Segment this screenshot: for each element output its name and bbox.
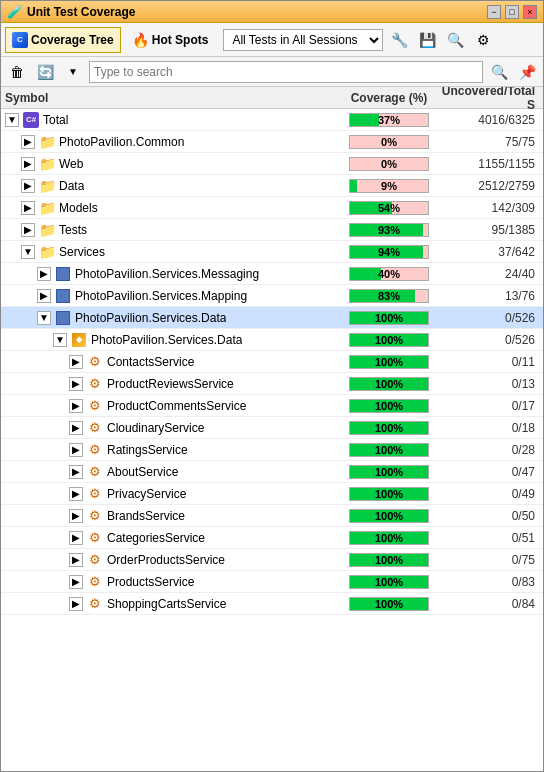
hot-spots-button[interactable]: 🔥 Hot Spots (125, 27, 216, 53)
expand-button[interactable]: ▼ (21, 245, 35, 259)
filter-icon-button[interactable]: 🔍 (443, 28, 467, 52)
row-symbol: ▶ ⚙ ProductsService (1, 574, 339, 590)
node-icon: ⚙ (87, 596, 103, 612)
tree-row[interactable]: ▶ ⚙ CategoriesService 100% 0/51 (1, 527, 543, 549)
expand-button[interactable]: ▶ (21, 223, 35, 237)
refresh-icon: 🔄 (37, 64, 54, 80)
node-icon: ⚙ (87, 398, 103, 414)
node-icon: 📁 (39, 200, 55, 216)
expand-button[interactable]: ▶ (69, 355, 83, 369)
service-icon: ⚙ (89, 552, 101, 567)
row-symbol: ▶ ⚙ RatingsService (1, 442, 339, 458)
main-window: 🧪 Unit Test Coverage − □ × C Coverage Tr… (0, 0, 544, 772)
tree-row[interactable]: ▶ ⚙ ShoppingCartsService 100% 0/84 (1, 593, 543, 615)
expand-button[interactable]: ▶ (21, 135, 35, 149)
tree-row[interactable]: ▼ PhotoPavilion.Services.Data 100% 0/526 (1, 307, 543, 329)
tree-row[interactable]: ▶ PhotoPavilion.Services.Messaging 40% 2… (1, 263, 543, 285)
settings-icon-button[interactable]: 🔧 (387, 28, 411, 52)
tree-row[interactable]: ▶ ⚙ BrandsService 100% 0/50 (1, 505, 543, 527)
hot-spots-label: Hot Spots (152, 33, 209, 47)
expand-button[interactable]: ▶ (37, 267, 51, 281)
expand-button[interactable]: ▼ (37, 311, 51, 325)
expand-button[interactable]: ▶ (69, 597, 83, 611)
coverage-label: 9% (350, 180, 428, 192)
close-button[interactable]: × (523, 5, 537, 19)
node-icon: 📁 (39, 134, 55, 150)
coverage-bar: 100% (349, 311, 429, 325)
expand-button[interactable]: ▶ (69, 465, 83, 479)
session-dropdown[interactable]: All Tests in All Sessions Current Sessio… (223, 29, 383, 51)
search-icon-button[interactable]: 🔍 (487, 60, 511, 84)
expand-button[interactable]: ▶ (21, 201, 35, 215)
coverage-tree-button[interactable]: C Coverage Tree (5, 27, 121, 53)
coverage-label: 100% (350, 422, 428, 434)
more-button[interactable]: ▼ (61, 60, 85, 84)
expand-button[interactable]: ▶ (69, 421, 83, 435)
coverage-label: 54% (350, 202, 428, 214)
tree-row[interactable]: ▶ PhotoPavilion.Services.Mapping 83% 13/… (1, 285, 543, 307)
more-options-button[interactable]: ⚙ (471, 28, 495, 52)
expand-button[interactable]: ▶ (69, 377, 83, 391)
tree-row[interactable]: ▶ ⚙ CloudinaryService 100% 0/18 (1, 417, 543, 439)
tree-row[interactable]: ▶ 📁 Models 54% 142/309 (1, 197, 543, 219)
expand-button[interactable]: ▶ (69, 553, 83, 567)
expand-button[interactable]: ▶ (69, 443, 83, 457)
expand-button[interactable]: ▼ (53, 333, 67, 347)
tree-row[interactable]: ▶ ⚙ AboutService 100% 0/47 (1, 461, 543, 483)
row-symbol: ▶ ⚙ ShoppingCartsService (1, 596, 339, 612)
service-icon: ⚙ (89, 596, 101, 611)
expand-button[interactable]: ▶ (69, 487, 83, 501)
coverage-label: 0% (350, 136, 428, 148)
expand-button[interactable]: ▶ (21, 179, 35, 193)
tree-row[interactable]: ▶ 📁 Data 9% 2512/2759 (1, 175, 543, 197)
refresh-button[interactable]: 🔄 (33, 60, 57, 84)
expand-button[interactable]: ▶ (69, 531, 83, 545)
row-uncovered: 2512/2759 (439, 179, 539, 193)
expand-button[interactable]: ▶ (69, 509, 83, 523)
coverage-label: 100% (350, 510, 428, 522)
tree-row[interactable]: ▶ 📁 Tests 93% 95/1385 (1, 219, 543, 241)
tree-row[interactable]: ▶ 📁 Web 0% 1155/1155 (1, 153, 543, 175)
tree-row[interactable]: ▶ ⚙ ProductReviewsService 100% 0/13 (1, 373, 543, 395)
delete-button[interactable]: 🗑 (5, 60, 29, 84)
tree-row[interactable]: ▶ ⚙ PrivacyService 100% 0/49 (1, 483, 543, 505)
expand-button[interactable]: ▶ (21, 157, 35, 171)
maximize-button[interactable]: □ (505, 5, 519, 19)
tree-row[interactable]: ▼ ◆ PhotoPavilion.Services.Data 100% 0/5… (1, 329, 543, 351)
row-label: Services (59, 245, 105, 259)
expand-button[interactable]: ▶ (69, 575, 83, 589)
export-icon-button[interactable]: 💾 (415, 28, 439, 52)
service-icon: ⚙ (89, 442, 101, 457)
coverage-label: 100% (350, 356, 428, 368)
tree-row[interactable]: ▶ ⚙ ProductsService 100% 0/83 (1, 571, 543, 593)
node-icon (55, 310, 71, 326)
row-coverage: 94% (339, 245, 439, 259)
tree-row[interactable]: ▶ ⚙ ContactsService 100% 0/11 (1, 351, 543, 373)
node-icon (55, 266, 71, 282)
expand-button[interactable]: ▼ (5, 113, 19, 127)
row-label: AboutService (107, 465, 178, 479)
coverage-bar: 94% (349, 245, 429, 259)
tree-row[interactable]: ▼ 📁 Services 94% 37/642 (1, 241, 543, 263)
coverage-bar: 37% (349, 113, 429, 127)
row-symbol: ▶ ⚙ CloudinaryService (1, 420, 339, 436)
coverage-bar: 100% (349, 421, 429, 435)
tree-row[interactable]: ▶ ⚙ OrderProductsService 100% 0/75 (1, 549, 543, 571)
search-input[interactable] (89, 61, 483, 83)
coverage-bar: 83% (349, 289, 429, 303)
node-icon: 📁 (39, 178, 55, 194)
expand-button[interactable]: ▶ (37, 289, 51, 303)
row-coverage: 93% (339, 223, 439, 237)
tree-row[interactable]: ▶ ⚙ ProductCommentsService 100% 0/17 (1, 395, 543, 417)
row-uncovered: 95/1385 (439, 223, 539, 237)
tree-row[interactable]: ▼ C# Total 37% 4016/6325 (1, 109, 543, 131)
row-coverage: 100% (339, 575, 439, 589)
minimize-button[interactable]: − (487, 5, 501, 19)
coverage-tree[interactable]: Symbol Coverage (%) Uncovered/Total S ▼ … (1, 87, 543, 771)
tree-row[interactable]: ▶ 📁 PhotoPavilion.Common 0% 75/75 (1, 131, 543, 153)
expand-button[interactable]: ▶ (69, 399, 83, 413)
window-title: Unit Test Coverage (27, 5, 135, 19)
pin-button[interactable]: 📌 (515, 60, 539, 84)
tree-row[interactable]: ▶ ⚙ RatingsService 100% 0/28 (1, 439, 543, 461)
coverage-bar: 0% (349, 135, 429, 149)
